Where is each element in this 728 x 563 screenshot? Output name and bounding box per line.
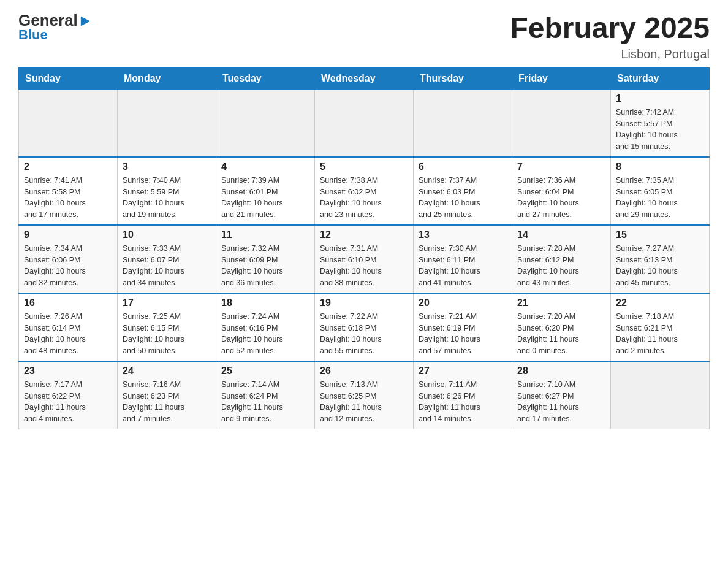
- table-row: 27Sunrise: 7:11 AMSunset: 6:26 PMDayligh…: [414, 361, 512, 429]
- table-row: 12Sunrise: 7:31 AMSunset: 6:10 PMDayligh…: [315, 225, 414, 293]
- day-number: 6: [419, 161, 507, 172]
- table-row: 6Sunrise: 7:37 AMSunset: 6:03 PMDaylight…: [414, 157, 512, 225]
- day-info: Sunrise: 7:41 AMSunset: 5:58 PMDaylight:…: [24, 175, 112, 221]
- table-row: 23Sunrise: 7:17 AMSunset: 6:22 PMDayligh…: [19, 361, 118, 429]
- table-row: 28Sunrise: 7:10 AMSunset: 6:27 PMDayligh…: [512, 361, 611, 429]
- day-info: Sunrise: 7:35 AMSunset: 6:05 PMDaylight:…: [616, 175, 704, 221]
- table-row: 16Sunrise: 7:26 AMSunset: 6:14 PMDayligh…: [19, 293, 118, 361]
- table-row: 17Sunrise: 7:25 AMSunset: 6:15 PMDayligh…: [118, 293, 216, 361]
- day-number: 14: [517, 229, 605, 240]
- day-number: 25: [221, 366, 309, 377]
- day-number: 4: [221, 161, 309, 172]
- day-number: 28: [517, 366, 605, 377]
- calendar-week-row: 1Sunrise: 7:42 AMSunset: 5:57 PMDaylight…: [19, 89, 710, 157]
- day-info: Sunrise: 7:31 AMSunset: 6:10 PMDaylight:…: [320, 243, 408, 289]
- calendar-subtitle: Lisbon, Portugal: [510, 47, 710, 61]
- table-row: 8Sunrise: 7:35 AMSunset: 6:05 PMDaylight…: [611, 157, 710, 225]
- day-info: Sunrise: 7:20 AMSunset: 6:20 PMDaylight:…: [517, 311, 605, 357]
- day-info: Sunrise: 7:39 AMSunset: 6:01 PMDaylight:…: [221, 175, 309, 221]
- day-info: Sunrise: 7:14 AMSunset: 6:24 PMDaylight:…: [221, 379, 309, 425]
- calendar-title: February 2025: [510, 12, 710, 45]
- calendar-week-row: 23Sunrise: 7:17 AMSunset: 6:22 PMDayligh…: [19, 361, 710, 429]
- table-row: 11Sunrise: 7:32 AMSunset: 6:09 PMDayligh…: [216, 225, 315, 293]
- day-info: Sunrise: 7:18 AMSunset: 6:21 PMDaylight:…: [616, 311, 704, 357]
- day-number: 23: [24, 366, 112, 377]
- day-number: 18: [221, 297, 309, 308]
- table-row: 22Sunrise: 7:18 AMSunset: 6:21 PMDayligh…: [611, 293, 710, 361]
- day-number: 9: [24, 229, 112, 240]
- table-row: 26Sunrise: 7:13 AMSunset: 6:25 PMDayligh…: [315, 361, 414, 429]
- calendar-header-row: Sunday Monday Tuesday Wednesday Thursday…: [19, 67, 710, 89]
- day-info: Sunrise: 7:37 AMSunset: 6:03 PMDaylight:…: [419, 175, 507, 221]
- day-info: Sunrise: 7:21 AMSunset: 6:19 PMDaylight:…: [419, 311, 507, 357]
- table-row: 9Sunrise: 7:34 AMSunset: 6:06 PMDaylight…: [19, 225, 118, 293]
- day-number: 16: [24, 297, 112, 308]
- col-thursday: Thursday: [414, 67, 512, 89]
- day-number: 26: [320, 366, 408, 377]
- day-number: 13: [419, 229, 507, 240]
- table-row: 25Sunrise: 7:14 AMSunset: 6:24 PMDayligh…: [216, 361, 315, 429]
- day-info: Sunrise: 7:30 AMSunset: 6:11 PMDaylight:…: [419, 243, 507, 289]
- table-row: 1Sunrise: 7:42 AMSunset: 5:57 PMDaylight…: [611, 89, 710, 157]
- table-row: [414, 89, 512, 157]
- day-number: 1: [616, 93, 704, 104]
- day-info: Sunrise: 7:25 AMSunset: 6:15 PMDaylight:…: [123, 311, 211, 357]
- day-number: 21: [517, 297, 605, 308]
- table-row: [512, 89, 611, 157]
- table-row: [315, 89, 414, 157]
- calendar-week-row: 9Sunrise: 7:34 AMSunset: 6:06 PMDaylight…: [19, 225, 710, 293]
- table-row: 21Sunrise: 7:20 AMSunset: 6:20 PMDayligh…: [512, 293, 611, 361]
- day-number: 5: [320, 161, 408, 172]
- logo: General► Blue: [18, 12, 94, 43]
- day-number: 8: [616, 161, 704, 172]
- col-saturday: Saturday: [611, 67, 710, 89]
- day-number: 12: [320, 229, 408, 240]
- table-row: [611, 361, 710, 429]
- day-info: Sunrise: 7:38 AMSunset: 6:02 PMDaylight:…: [320, 175, 408, 221]
- day-info: Sunrise: 7:16 AMSunset: 6:23 PMDaylight:…: [123, 379, 211, 425]
- col-friday: Friday: [512, 67, 611, 89]
- table-row: 3Sunrise: 7:40 AMSunset: 5:59 PMDaylight…: [118, 157, 216, 225]
- table-row: 24Sunrise: 7:16 AMSunset: 6:23 PMDayligh…: [118, 361, 216, 429]
- day-number: 19: [320, 297, 408, 308]
- table-row: 18Sunrise: 7:24 AMSunset: 6:16 PMDayligh…: [216, 293, 315, 361]
- day-info: Sunrise: 7:24 AMSunset: 6:16 PMDaylight:…: [221, 311, 309, 357]
- day-info: Sunrise: 7:36 AMSunset: 6:04 PMDaylight:…: [517, 175, 605, 221]
- day-info: Sunrise: 7:13 AMSunset: 6:25 PMDaylight:…: [320, 379, 408, 425]
- day-info: Sunrise: 7:17 AMSunset: 6:22 PMDaylight:…: [24, 379, 112, 425]
- day-number: 11: [221, 229, 309, 240]
- day-info: Sunrise: 7:40 AMSunset: 5:59 PMDaylight:…: [123, 175, 211, 221]
- day-number: 24: [123, 366, 211, 377]
- title-block: February 2025 Lisbon, Portugal: [510, 12, 710, 61]
- day-number: 3: [123, 161, 211, 172]
- day-info: Sunrise: 7:28 AMSunset: 6:12 PMDaylight:…: [517, 243, 605, 289]
- day-info: Sunrise: 7:32 AMSunset: 6:09 PMDaylight:…: [221, 243, 309, 289]
- table-row: 14Sunrise: 7:28 AMSunset: 6:12 PMDayligh…: [512, 225, 611, 293]
- day-info: Sunrise: 7:33 AMSunset: 6:07 PMDaylight:…: [123, 243, 211, 289]
- day-info: Sunrise: 7:42 AMSunset: 5:57 PMDaylight:…: [616, 107, 704, 153]
- table-row: 20Sunrise: 7:21 AMSunset: 6:19 PMDayligh…: [414, 293, 512, 361]
- table-row: 15Sunrise: 7:27 AMSunset: 6:13 PMDayligh…: [611, 225, 710, 293]
- table-row: [216, 89, 315, 157]
- day-info: Sunrise: 7:10 AMSunset: 6:27 PMDaylight:…: [517, 379, 605, 425]
- col-tuesday: Tuesday: [216, 67, 315, 89]
- table-row: 13Sunrise: 7:30 AMSunset: 6:11 PMDayligh…: [414, 225, 512, 293]
- day-number: 15: [616, 229, 704, 240]
- table-row: 4Sunrise: 7:39 AMSunset: 6:01 PMDaylight…: [216, 157, 315, 225]
- day-info: Sunrise: 7:34 AMSunset: 6:06 PMDaylight:…: [24, 243, 112, 289]
- calendar-week-row: 2Sunrise: 7:41 AMSunset: 5:58 PMDaylight…: [19, 157, 710, 225]
- table-row: 7Sunrise: 7:36 AMSunset: 6:04 PMDaylight…: [512, 157, 611, 225]
- table-row: 10Sunrise: 7:33 AMSunset: 6:07 PMDayligh…: [118, 225, 216, 293]
- table-row: 19Sunrise: 7:22 AMSunset: 6:18 PMDayligh…: [315, 293, 414, 361]
- day-info: Sunrise: 7:27 AMSunset: 6:13 PMDaylight:…: [616, 243, 704, 289]
- day-info: Sunrise: 7:26 AMSunset: 6:14 PMDaylight:…: [24, 311, 112, 357]
- page-header: General► Blue February 2025 Lisbon, Port…: [18, 12, 710, 61]
- day-number: 20: [419, 297, 507, 308]
- logo-general-text: General►: [18, 12, 94, 28]
- calendar-table: Sunday Monday Tuesday Wednesday Thursday…: [18, 67, 710, 429]
- day-info: Sunrise: 7:11 AMSunset: 6:26 PMDaylight:…: [419, 379, 507, 425]
- col-monday: Monday: [118, 67, 216, 89]
- table-row: 5Sunrise: 7:38 AMSunset: 6:02 PMDaylight…: [315, 157, 414, 225]
- table-row: [118, 89, 216, 157]
- table-row: [19, 89, 118, 157]
